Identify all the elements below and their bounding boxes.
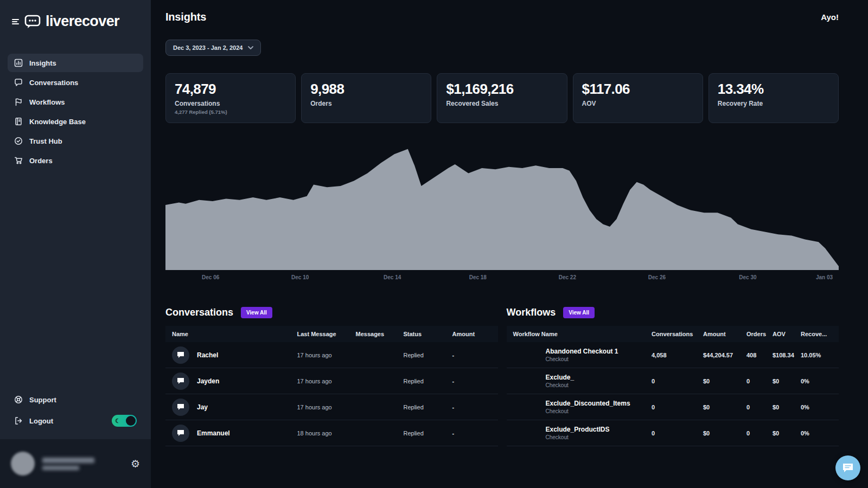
conversations-view-all-button[interactable]: View All <box>241 307 272 318</box>
sidebar: liverecover Insights Conversations <box>0 0 151 488</box>
chart-tick-label: Dec 14 <box>384 274 401 280</box>
conversation-avatar <box>172 425 189 442</box>
stats-row: 74,879 Conversations 4,277 Replied (5.71… <box>165 73 839 123</box>
main-content: Insights Ayo! Dec 3, 2023 - Jan 2, 2024 … <box>151 0 868 488</box>
workflow-amount: $0 <box>703 430 746 436</box>
conversations-title: Conversations <box>165 307 233 318</box>
stat-card-recovered-sales: $1,169,216 Recovered Sales <box>437 73 567 123</box>
workflow-row[interactable]: Exclude_ Checkout 0 $0 0 $0 0% <box>507 368 839 394</box>
workflows-view-all-button[interactable]: View All <box>563 307 595 318</box>
chart-ticks: Dec 06Dec 10Dec 14Dec 18Dec 22Dec 26Dec … <box>165 274 839 286</box>
sidebar-item-support[interactable]: Support <box>8 390 143 409</box>
conversation-row[interactable]: Jayden 17 hours ago Replied - <box>165 368 498 394</box>
conversation-last-message: 17 hours ago <box>297 404 356 410</box>
workflow-recovery: 0% <box>801 430 832 436</box>
workflow-orders: 0 <box>746 404 773 410</box>
conversation-amount: - <box>452 404 492 410</box>
sidebar-item-trust-hub[interactable]: Trust Hub <box>8 132 143 150</box>
workflow-amount: $44,204.57 <box>703 352 746 358</box>
conversation-row[interactable]: Jay 17 hours ago Replied - <box>165 394 498 420</box>
workflow-recovery: 10.05% <box>801 352 832 358</box>
conversation-avatar <box>172 346 189 364</box>
chart-tick-label: Dec 10 <box>291 274 309 280</box>
workflow-amount: $0 <box>703 404 746 410</box>
area-path <box>165 149 839 270</box>
logo[interactable]: liverecover <box>0 0 151 34</box>
sidebar-item-orders[interactable]: Orders <box>8 151 143 170</box>
workflows-table: Workflow Name Conversations Amount Order… <box>507 326 839 446</box>
col-header-recovery: Recove... <box>801 331 832 337</box>
conversation-status: Replied <box>404 430 452 436</box>
workflow-name: Exclude_Discounted_Items <box>546 400 652 407</box>
stat-value: 74,879 <box>175 81 286 98</box>
workflows-table-header: Workflow Name Conversations Amount Order… <box>507 326 839 342</box>
sidebar-item-insights[interactable]: Insights <box>8 54 143 72</box>
stat-label: Conversations <box>175 100 286 107</box>
workflow-conversations: 0 <box>652 404 703 410</box>
flag-icon <box>14 98 23 106</box>
settings-gear-icon[interactable]: ⚙ <box>131 459 140 469</box>
date-range-value: Dec 3, 2023 - Jan 2, 2024 <box>173 44 242 51</box>
user-name-blurred <box>42 455 123 473</box>
stat-card-aov: $117.06 AOV <box>573 73 703 123</box>
chart-tick-label: Dec 30 <box>739 274 756 280</box>
workflow-orders: 408 <box>746 352 773 358</box>
chevron-down-icon <box>248 46 253 49</box>
workflow-recovery: 0% <box>801 378 832 384</box>
workflow-conversations: 0 <box>652 378 703 384</box>
user-name-line <box>42 458 94 463</box>
workflow-conversations: 4,058 <box>652 352 703 358</box>
chat-bubble-icon <box>177 351 184 358</box>
conversation-name: Jayden <box>197 377 219 385</box>
chat-bubble-icon <box>177 403 184 410</box>
conversation-amount: - <box>452 352 492 358</box>
workflow-type: Checkout <box>546 434 652 440</box>
conversations-table: Name Last Message Messages Status Amount… <box>165 326 498 446</box>
col-header-amount: Amount <box>452 331 492 337</box>
sidebar-item-conversations[interactable]: Conversations <box>8 73 143 92</box>
conversation-row[interactable]: Emmanuel 18 hours ago Replied - <box>165 420 498 446</box>
workflow-conversations: 0 <box>652 430 703 436</box>
stat-value: 13.34% <box>718 81 829 98</box>
stat-label: Recovered Sales <box>446 100 558 107</box>
workflow-aov: $0 <box>773 430 801 436</box>
logo-text: liverecover <box>46 13 119 30</box>
stat-sublabel: 4,277 Replied (5.71%) <box>175 109 286 115</box>
workflows-title: Workflows <box>507 307 556 318</box>
workflow-type: Checkout <box>546 382 652 388</box>
conversation-status: Replied <box>404 378 452 384</box>
logo-chat-icon <box>24 15 41 29</box>
chart-tick-label: Jan 03 <box>816 274 833 280</box>
col-header-orders: Orders <box>746 331 773 337</box>
date-range-selector[interactable]: Dec 3, 2023 - Jan 2, 2024 <box>165 40 261 56</box>
sidebar-item-logout[interactable]: Logout ☾ <box>8 410 143 432</box>
col-header-workflow-name: Workflow Name <box>513 331 652 337</box>
workflow-aov: $0 <box>773 404 801 410</box>
conversation-name: Emmanuel <box>197 429 230 437</box>
theme-toggle[interactable]: ☾ <box>112 415 137 427</box>
sidebar-item-label: Knowledge Base <box>29 118 86 126</box>
sidebar-item-knowledge-base[interactable]: Knowledge Base <box>8 112 143 131</box>
sidebar-item-label: Orders <box>29 157 53 165</box>
workflow-name: Exclude_ <box>546 374 652 381</box>
chat-widget-button[interactable] <box>835 455 860 480</box>
workflow-row[interactable]: Abandoned Checkout 1 Checkout 4,058 $44,… <box>507 342 839 368</box>
conversation-amount: - <box>452 378 492 384</box>
conversation-name: Jay <box>197 403 208 411</box>
avatar <box>11 452 35 476</box>
conversation-last-message: 18 hours ago <box>297 430 356 436</box>
conversation-row[interactable]: Rachel 17 hours ago Replied - <box>165 342 498 368</box>
workflow-row[interactable]: Exclude_Discounted_Items Checkout 0 $0 0… <box>507 394 839 420</box>
theme-toggle-icon: ☾ <box>115 418 120 424</box>
bar-chart-icon <box>14 59 23 67</box>
stat-value: 9,988 <box>310 81 422 98</box>
chat-widget-icon <box>842 463 854 473</box>
stat-value: $117.06 <box>582 81 694 98</box>
app-root: liverecover Insights Conversations <box>0 0 868 488</box>
col-header-messages: Messages <box>356 331 404 337</box>
sidebar-spacer <box>0 170 151 390</box>
workflow-amount: $0 <box>703 378 746 384</box>
sidebar-item-workflows[interactable]: Workflows <box>8 93 143 111</box>
page-title: Insights <box>165 11 206 23</box>
workflow-row[interactable]: Exclude_ProductIDS Checkout 0 $0 0 $0 0% <box>507 420 839 446</box>
